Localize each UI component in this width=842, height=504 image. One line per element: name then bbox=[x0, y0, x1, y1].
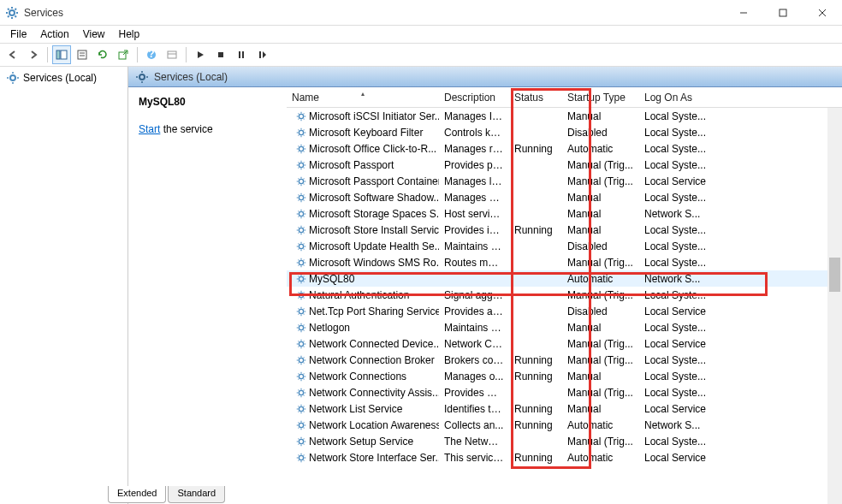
show-hide-tree-button[interactable] bbox=[52, 45, 71, 64]
service-row[interactable]: Microsoft Software Shadow...Manages so..… bbox=[287, 189, 842, 205]
svg-point-208 bbox=[299, 423, 303, 427]
start-service-button[interactable] bbox=[191, 45, 210, 64]
cell-description: Brokers con... bbox=[439, 354, 509, 366]
cell-name: Net.Tcp Port Sharing Service bbox=[287, 305, 439, 317]
service-row[interactable]: Network Location AwarenessCollects an...… bbox=[287, 417, 842, 433]
tab-standard[interactable]: Standard bbox=[168, 486, 225, 503]
toolbar: ? bbox=[0, 43, 842, 67]
svg-line-134 bbox=[299, 281, 299, 282]
cell-startup: Manual (Trig... bbox=[562, 338, 639, 350]
cell-logon: Local Syste... bbox=[639, 322, 725, 334]
service-row[interactable]: Microsoft Windows SMS Ro...Routes mes...… bbox=[287, 254, 842, 270]
col-status[interactable]: Status bbox=[509, 92, 562, 104]
scrollbar[interactable] bbox=[827, 108, 842, 504]
cell-name: Natural Authentication bbox=[287, 289, 439, 301]
cell-name: Microsoft Store Install Service bbox=[287, 224, 439, 236]
service-row[interactable]: Microsoft PassportProvides pr...Manual (… bbox=[287, 157, 842, 173]
cell-name: Microsoft iSCSI Initiator Ser... bbox=[287, 110, 439, 122]
cell-logon: Local Syste... bbox=[639, 127, 725, 139]
svg-point-100 bbox=[299, 228, 303, 232]
cell-logon: Network S... bbox=[639, 419, 725, 431]
svg-line-116 bbox=[299, 248, 299, 249]
svg-line-78 bbox=[299, 178, 299, 179]
service-row[interactable]: Net.Tcp Port Sharing ServiceProvides abi… bbox=[287, 303, 842, 319]
service-row[interactable]: Network List ServiceIdentifies th...Runn… bbox=[287, 400, 842, 417]
svg-line-189 bbox=[304, 373, 305, 374]
cell-logon: Local Syste... bbox=[639, 224, 725, 236]
cell-description: Manages o... bbox=[439, 371, 509, 382]
menu-help[interactable]: Help bbox=[112, 27, 147, 42]
properties-button[interactable] bbox=[73, 45, 92, 64]
svg-line-153 bbox=[304, 308, 305, 309]
service-row[interactable]: Microsoft Update Health Se...Maintains U… bbox=[287, 238, 842, 254]
cell-status: Running bbox=[509, 143, 562, 155]
tree-item-services-local[interactable]: Services (Local) bbox=[2, 68, 126, 87]
tab-extended[interactable]: Extended bbox=[108, 486, 166, 503]
service-row[interactable]: Microsoft Passport ContainerManages lo..… bbox=[287, 173, 842, 189]
service-row[interactable]: Network Connection BrokerBrokers con...R… bbox=[287, 352, 842, 368]
close-button[interactable] bbox=[803, 0, 842, 26]
menu-view[interactable]: View bbox=[76, 27, 112, 42]
svg-point-199 bbox=[299, 406, 303, 411]
service-row[interactable]: Network ConnectionsManages o...RunningMa… bbox=[287, 368, 842, 384]
start-service-link[interactable]: Start bbox=[139, 123, 160, 135]
options-button[interactable] bbox=[163, 45, 181, 64]
svg-line-87 bbox=[299, 194, 299, 195]
col-description[interactable]: Description bbox=[439, 92, 509, 104]
svg-line-72 bbox=[304, 162, 305, 163]
export-button[interactable] bbox=[114, 45, 133, 64]
svg-point-0 bbox=[9, 10, 15, 15]
service-row[interactable]: Microsoft Office Click-to-R...Manages re… bbox=[287, 140, 842, 157]
svg-line-141 bbox=[299, 292, 299, 293]
service-row[interactable]: Network Setup ServiceThe Networ...Manual… bbox=[287, 433, 842, 449]
restart-service-button[interactable] bbox=[252, 45, 271, 64]
cell-startup: Automatic bbox=[562, 419, 639, 431]
scroll-thumb[interactable] bbox=[829, 258, 840, 292]
svg-line-179 bbox=[299, 362, 299, 363]
refresh-button[interactable] bbox=[93, 45, 112, 64]
service-row[interactable]: Network Store Interface Ser...This servi… bbox=[287, 449, 842, 465]
col-log-on-as[interactable]: Log On As bbox=[639, 92, 725, 104]
svg-line-142 bbox=[304, 297, 305, 298]
cell-name: Network Location Awareness bbox=[287, 419, 439, 431]
menu-action[interactable]: Action bbox=[33, 27, 75, 42]
pause-service-button[interactable] bbox=[232, 45, 251, 64]
col-name[interactable]: ▴Name bbox=[287, 92, 439, 104]
service-row[interactable]: Microsoft Keyboard FilterControls ke...D… bbox=[287, 124, 842, 140]
svg-line-214 bbox=[304, 427, 305, 428]
cell-logon: Local Syste... bbox=[639, 257, 725, 269]
cell-startup: Manual (Trig... bbox=[562, 257, 639, 269]
stop-service-button[interactable] bbox=[211, 45, 230, 64]
svg-point-217 bbox=[299, 439, 303, 443]
svg-line-186 bbox=[299, 373, 299, 374]
service-row[interactable]: Microsoft Store Install ServiceProvides … bbox=[287, 222, 842, 238]
help-button[interactable]: ? bbox=[142, 45, 161, 64]
service-row[interactable]: Natural AuthenticationSignal aggr...Manu… bbox=[287, 287, 842, 303]
back-button[interactable] bbox=[3, 45, 22, 64]
svg-line-97 bbox=[304, 216, 305, 216]
minimize-button[interactable] bbox=[724, 0, 763, 26]
svg-line-162 bbox=[304, 324, 305, 325]
service-row[interactable]: Network Connectivity Assis...Provides Di… bbox=[287, 384, 842, 400]
service-row[interactable]: NetlogonMaintains a ...ManualLocal Syste… bbox=[287, 319, 842, 335]
cell-logon: Local Syste... bbox=[639, 436, 725, 448]
svg-line-99 bbox=[304, 210, 305, 211]
cell-startup: Automatic bbox=[562, 452, 639, 464]
svg-line-51 bbox=[299, 129, 299, 130]
svg-line-81 bbox=[304, 178, 305, 179]
service-row[interactable]: MySQL80AutomaticNetwork S... bbox=[287, 270, 842, 287]
svg-line-231 bbox=[299, 454, 299, 455]
cell-name: Netlogon bbox=[287, 322, 439, 334]
cell-description: Maintains U... bbox=[439, 240, 509, 252]
service-row[interactable]: Microsoft iSCSI Initiator Ser...Manages … bbox=[287, 108, 842, 124]
forward-button[interactable] bbox=[24, 45, 43, 64]
service-row[interactable]: Network Connected Device...Network Co...… bbox=[287, 335, 842, 352]
cell-status: Running bbox=[509, 452, 562, 464]
svg-line-6 bbox=[15, 15, 17, 17]
maximize-button[interactable] bbox=[763, 0, 803, 26]
menu-file[interactable]: File bbox=[3, 27, 33, 42]
service-row[interactable]: Microsoft Storage Spaces S...Host servic… bbox=[287, 205, 842, 222]
cell-logon: Local Syste... bbox=[639, 289, 725, 301]
col-startup-type[interactable]: Startup Type bbox=[562, 92, 639, 104]
svg-line-61 bbox=[304, 151, 305, 151]
